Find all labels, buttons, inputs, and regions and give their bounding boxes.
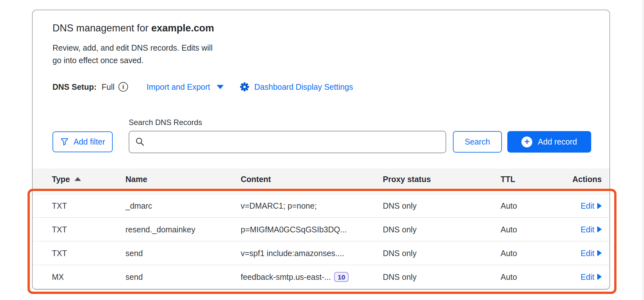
dns-setup-row: DNS Setup: Full i Import and Export <box>52 80 353 94</box>
cell-proxy-status: DNS only <box>383 201 417 211</box>
search-button-label: Search <box>465 137 490 146</box>
cell-content: v=DMARC1; p=none; <box>241 201 317 211</box>
edit-record-link[interactable]: Edit <box>581 201 602 211</box>
column-header-actions: Actions <box>572 174 602 184</box>
import-export-label: Import and Export <box>147 82 210 92</box>
table-header-row: Type Name Content Proxy status TTL Actio… <box>33 169 609 189</box>
page-subtitle-line2: go into effect once saved. <box>52 54 213 67</box>
cell-content: feedback-smtp.us-east-... 10 <box>241 272 349 282</box>
cell-proxy-status: DNS only <box>383 272 417 281</box>
mx-priority-badge: 10 <box>334 272 349 282</box>
dns-management-page: DNS management for example.com Review, a… <box>0 0 644 300</box>
column-header-type[interactable]: Type <box>52 174 81 184</box>
page-subtitle-line1: Review, add, and edit DNS records. Edits… <box>52 42 213 54</box>
table-row: TXT resend._domainkey p=MIGfMA0GCSqGSIb3… <box>33 218 609 241</box>
cell-type: TXT <box>52 248 67 258</box>
table-row: TXT _dmarc v=DMARC1; p=none; DNS only Au… <box>33 194 609 218</box>
cell-ttl: Auto <box>501 225 517 234</box>
cell-name: resend._domainkey <box>125 225 195 234</box>
page-title-prefix: DNS management for <box>52 22 151 34</box>
filter-funnel-icon <box>60 138 69 146</box>
page-right-edge <box>643 0 643 300</box>
column-header-proxy-status[interactable]: Proxy status <box>383 174 431 184</box>
cell-ttl: Auto <box>501 272 517 281</box>
cell-ttl: Auto <box>501 201 517 211</box>
dns-setup-value: Full <box>102 82 115 92</box>
gear-icon <box>240 82 249 92</box>
cell-type: MX <box>52 272 64 281</box>
info-icon[interactable]: i <box>118 82 128 92</box>
info-icon-glyph: i <box>122 83 124 90</box>
import-export-link[interactable]: Import and Export <box>147 82 224 92</box>
edit-link-label: Edit <box>581 201 594 211</box>
cell-ttl: Auto <box>501 248 517 258</box>
column-header-type-label: Type <box>52 174 70 184</box>
column-header-ttl[interactable]: TTL <box>501 174 515 184</box>
page-subtitle: Review, add, and edit DNS records. Edits… <box>52 42 213 67</box>
cell-name: send <box>125 248 143 258</box>
cell-content: v=spf1 include:amazonses.... <box>241 248 344 258</box>
column-header-content[interactable]: Content <box>241 174 271 184</box>
table-row: MX send feedback-smtp.us-east-... 10 DNS… <box>33 265 609 289</box>
edit-link-label: Edit <box>581 225 594 234</box>
edit-record-link[interactable]: Edit <box>581 225 602 234</box>
add-record-button[interactable]: + Add record <box>507 131 591 153</box>
add-filter-button[interactable]: Add filter <box>52 131 113 152</box>
page-title: DNS management for example.com <box>52 22 214 35</box>
dns-setup-label: DNS Setup: <box>52 82 97 92</box>
add-record-label: Add record <box>538 137 577 146</box>
cell-type: TXT <box>52 225 67 234</box>
page-title-domain: example.com <box>151 22 214 34</box>
plus-icon: + <box>521 137 532 147</box>
edit-link-label: Edit <box>581 248 594 258</box>
table-body: TXT _dmarc v=DMARC1; p=none; DNS only Au… <box>33 194 609 289</box>
chevron-right-icon <box>597 226 602 233</box>
cell-proxy-status: DNS only <box>383 248 417 258</box>
search-field-wrap <box>129 131 446 153</box>
edit-record-link[interactable]: Edit <box>581 272 602 281</box>
dashboard-display-settings-link[interactable]: Dashboard Display Settings <box>240 82 353 92</box>
cell-type: TXT <box>52 201 67 211</box>
search-input[interactable] <box>129 131 446 153</box>
cell-content: p=MIGfMA0GCSqGSIb3DQ... <box>241 225 347 234</box>
edit-link-label: Edit <box>581 272 594 281</box>
chevron-right-icon <box>597 274 602 280</box>
edit-record-link[interactable]: Edit <box>581 248 602 258</box>
cell-proxy-status: DNS only <box>383 225 417 234</box>
chevron-right-icon <box>597 203 602 209</box>
chevron-down-icon <box>217 85 224 89</box>
cell-content-text: feedback-smtp.us-east-... <box>241 272 331 281</box>
table-row: TXT send v=spf1 include:amazonses.... DN… <box>33 241 609 265</box>
add-filter-label: Add filter <box>74 137 105 146</box>
cell-name: _dmarc <box>125 201 152 211</box>
chevron-right-icon <box>597 250 602 256</box>
dashboard-display-settings-label: Dashboard Display Settings <box>254 82 353 92</box>
sort-ascending-icon <box>75 177 81 181</box>
search-label: Search DNS Records <box>129 118 202 127</box>
cell-name: send <box>125 272 143 281</box>
column-header-name[interactable]: Name <box>125 174 147 184</box>
dns-management-card: DNS management for example.com Review, a… <box>32 10 610 290</box>
plus-icon-glyph: + <box>524 137 529 146</box>
search-button[interactable]: Search <box>453 131 502 153</box>
search-icon <box>135 137 145 148</box>
